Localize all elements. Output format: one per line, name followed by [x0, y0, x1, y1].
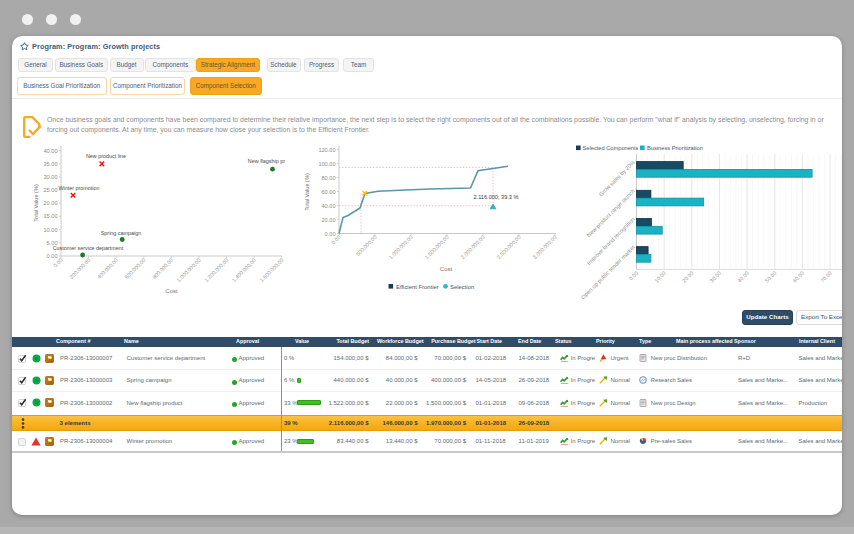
svg-text:40.00: 40.00 [736, 270, 750, 284]
svg-text:Spring campaign: Spring campaign [101, 230, 141, 236]
svg-text:35.00: 35.00 [44, 161, 58, 167]
svg-text:Efficient Frontier: Efficient Frontier [396, 284, 439, 290]
svg-text:60.00: 60.00 [322, 189, 336, 195]
svg-text:New product line: New product line [86, 153, 126, 159]
svg-text:Selected Components: Selected Components [583, 145, 639, 151]
svg-text:25.00: 25.00 [44, 187, 58, 193]
svg-text:20.00: 20.00 [322, 217, 336, 223]
svg-text:2.000.000,00: 2.000.000,00 [460, 234, 486, 260]
svg-text:1.500.000,00: 1.500.000,00 [424, 234, 450, 260]
svg-text:70.00: 70.00 [819, 270, 833, 284]
svg-text:New flagship pr: New flagship pr [248, 158, 285, 164]
svg-text:1.000.000,00: 1.000.000,00 [388, 234, 414, 260]
svg-text:1.600.000,00: 1.600.000,00 [258, 257, 284, 283]
svg-text:10.00: 10.00 [44, 227, 58, 233]
svg-text:30.00: 30.00 [709, 270, 723, 284]
svg-text:100.00: 100.00 [318, 161, 335, 167]
svg-text:Customer service department: Customer service department [53, 245, 124, 251]
svg-text:3.000.000,00: 3.000.000,00 [532, 234, 558, 260]
svg-text:200.000,00: 200.000,00 [68, 257, 91, 280]
svg-text:2.116.000; 39.3 %: 2.116.000; 39.3 % [474, 194, 519, 200]
svg-text:40.00: 40.00 [44, 148, 58, 154]
svg-text:Cost: Cost [165, 288, 178, 294]
svg-text:600.000,00: 600.000,00 [124, 257, 147, 280]
svg-text:20.00: 20.00 [44, 200, 58, 206]
svg-text:1.400.000,00: 1.400.000,00 [231, 257, 257, 283]
svg-text:10.00: 10.00 [653, 270, 667, 284]
svg-text:0.00: 0.00 [628, 270, 640, 282]
svg-text:Selection: Selection [450, 284, 474, 290]
svg-text:0.00: 0.00 [325, 231, 336, 237]
svg-text:50.00: 50.00 [764, 270, 778, 284]
svg-text:80.00: 80.00 [322, 175, 336, 181]
svg-text:400.000,00: 400.000,00 [96, 257, 119, 280]
svg-text:20.00: 20.00 [681, 270, 695, 284]
svg-text:Cost: Cost [440, 266, 453, 272]
svg-text:Improve brand recognition: Improve brand recognition [586, 216, 636, 266]
svg-text:1.000.000,00: 1.000.000,00 [176, 257, 202, 283]
svg-text:15.00: 15.00 [44, 213, 58, 219]
svg-text:40.00: 40.00 [322, 203, 336, 209]
svg-text:2.500.000,00: 2.500.000,00 [496, 234, 522, 260]
svg-text:New product range launch: New product range launch [586, 188, 636, 238]
svg-text:Total Value (%): Total Value (%) [33, 184, 39, 222]
svg-text:60.00: 60.00 [791, 270, 805, 284]
svg-text:Winter promotion: Winter promotion [58, 185, 99, 191]
svg-text:30.00: 30.00 [44, 174, 58, 180]
svg-text:500.000,00: 500.000,00 [355, 234, 378, 257]
svg-text:120.00: 120.00 [318, 147, 335, 153]
svg-text:Open up public tender market: Open up public tender market [580, 244, 637, 301]
svg-text:Total Value (%): Total Value (%) [304, 173, 310, 211]
svg-text:800.000,00: 800.000,00 [151, 257, 174, 280]
svg-text:Business Prioritization: Business Prioritization [647, 145, 703, 151]
svg-text:1.200.000,00: 1.200.000,00 [203, 257, 229, 283]
svg-text:0.00: 0.00 [47, 253, 58, 259]
